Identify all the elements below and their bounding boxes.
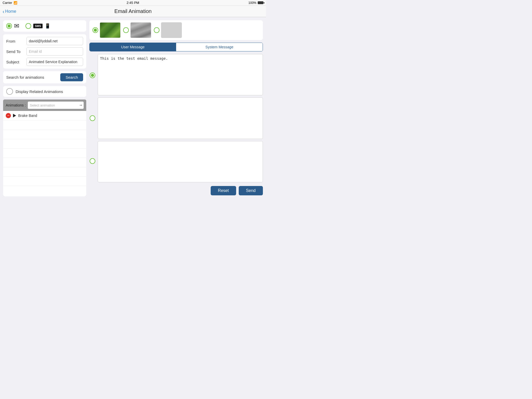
tab-user-message[interactable]: User Message (90, 43, 176, 51)
msg-radio-2[interactable] (90, 115, 95, 121)
list-item: − Brake Band (3, 111, 86, 121)
animations-label: Animations : (6, 103, 26, 107)
empty-row (3, 158, 86, 167)
phone-icon: 📱 (45, 23, 50, 29)
page-title: Email Animation (114, 8, 151, 14)
subject-label: Subject (6, 60, 24, 64)
sms-label: SMS (33, 24, 43, 28)
status-right: 100% (248, 1, 263, 5)
image-radio-3[interactable] (154, 27, 159, 33)
display-related-label: Display Related Animations (16, 89, 63, 94)
play-button[interactable] (13, 114, 16, 117)
textarea-column: This is the test email message. (98, 54, 263, 182)
tab-system-message[interactable]: System Message (176, 43, 263, 51)
search-row: Search for animations Search (3, 71, 86, 83)
msg-radio-3[interactable] (90, 158, 95, 164)
message-tabs: User Message System Message (89, 43, 263, 51)
from-label: From (6, 39, 24, 43)
send-to-input[interactable] (26, 47, 83, 56)
reset-button[interactable]: Reset (211, 186, 236, 195)
back-button[interactable]: ‹ Home (3, 9, 16, 14)
carrier-label: Carrier (3, 1, 12, 5)
search-label: Search for animations (6, 75, 44, 79)
remove-button[interactable]: − (6, 113, 11, 118)
from-row: From (6, 37, 83, 45)
image-option-3 (154, 22, 182, 38)
empty-row (3, 149, 86, 158)
search-button[interactable]: Search (60, 73, 83, 81)
empty-row (3, 121, 86, 130)
message-textarea-2[interactable] (98, 97, 263, 139)
battery-icon (258, 1, 263, 4)
animations-list: − Brake Band (3, 111, 86, 196)
send-button[interactable]: Send (239, 186, 263, 195)
from-input[interactable] (26, 37, 83, 45)
status-time: 2:45 PM (127, 1, 139, 5)
subject-input[interactable] (26, 58, 83, 66)
envelope-icon: ✉ (14, 22, 19, 30)
animation-name: Brake Band (18, 114, 37, 118)
msg-radio-1[interactable] (90, 72, 95, 78)
message-textarea-3[interactable] (98, 141, 263, 182)
subject-row: Subject (6, 58, 83, 66)
empty-row (3, 139, 86, 149)
animations-select[interactable]: Select animation (28, 102, 84, 109)
thumbnail-1[interactable] (100, 22, 121, 38)
image-option-1 (92, 22, 121, 38)
empty-row (3, 167, 86, 177)
image-selector (89, 20, 263, 40)
send-to-label: Send To (6, 49, 24, 54)
empty-row (3, 130, 86, 139)
main-content: ✉ SMS 📱 From Send To Subject Search for … (0, 17, 266, 200)
display-related-radio[interactable] (6, 88, 13, 95)
wifi-icon: 📶 (14, 1, 17, 5)
email-radio[interactable] (6, 23, 12, 29)
left-panel: ✉ SMS 📱 From Send To Subject Search for … (3, 20, 86, 196)
message-areas: This is the test email message. (89, 54, 263, 182)
bottom-buttons: Reset Send (89, 185, 263, 196)
battery-label: 100% (248, 1, 256, 5)
thumbnail-3[interactable] (161, 22, 182, 38)
sms-radio[interactable] (25, 23, 31, 29)
image-option-2 (123, 22, 151, 38)
animations-header: Animations : Select animation ⇒ (3, 99, 86, 111)
back-label: Home (5, 9, 16, 14)
status-bar: Carrier 📶 2:45 PM 100% (0, 0, 266, 6)
send-to-row: Send To (6, 47, 83, 56)
image-radio-2[interactable] (123, 27, 129, 33)
image-radio-1[interactable] (92, 27, 98, 33)
animations-select-wrapper: Select animation ⇒ (28, 102, 84, 109)
empty-row (3, 177, 86, 186)
message-textarea-1[interactable]: This is the test email message. (98, 54, 263, 95)
animations-section: Animations : Select animation ⇒ − Brake … (3, 99, 86, 196)
nav-bar: ‹ Home Email Animation (0, 6, 266, 17)
form-section: From Send To Subject (3, 34, 86, 69)
back-chevron-icon: ‹ (3, 9, 4, 14)
radio-column (89, 54, 96, 182)
type-selector: ✉ SMS 📱 (3, 20, 86, 32)
thumbnail-2[interactable] (130, 22, 151, 38)
right-panel: User Message System Message This is the … (89, 20, 263, 196)
status-left: Carrier 📶 (3, 1, 17, 5)
display-related-row: Display Related Animations (3, 86, 86, 97)
